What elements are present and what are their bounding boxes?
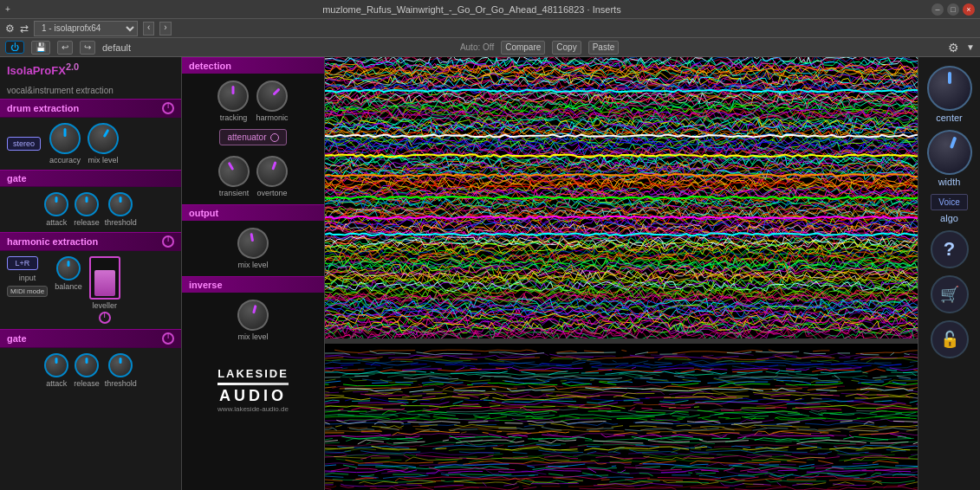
detection-label: detection <box>189 61 231 71</box>
harmonic-extraction-power[interactable] <box>162 235 174 248</box>
harmonic-extraction-header: harmonic extraction <box>0 232 181 251</box>
cart-icon: 🛒 <box>940 285 959 304</box>
lr-mode-button[interactable]: L+R <box>7 256 38 270</box>
redo-button[interactable]: ↪ <box>80 41 95 55</box>
drum-extraction-header: drum extraction <box>0 99 181 118</box>
voice-button[interactable]: Voice <box>931 194 967 210</box>
tracking-knob[interactable] <box>217 81 249 112</box>
arrow-right[interactable]: › <box>159 22 171 35</box>
transient-label: transient <box>219 189 250 197</box>
toolbar1-icon2: ⇄ <box>20 23 29 35</box>
inverse-content: mix level <box>182 293 324 348</box>
balance-label: balance <box>55 282 82 291</box>
gate2-attack-knob[interactable] <box>44 353 68 377</box>
copy-button[interactable]: Copy <box>552 41 581 55</box>
gate1-release-label: release <box>74 218 100 227</box>
output-content: mix level <box>182 221 324 276</box>
save-button[interactable]: 💾 <box>31 41 50 55</box>
arrow-left[interactable]: ‹ <box>143 22 154 35</box>
power-button[interactable]: ⏻ <box>5 41 24 54</box>
cart-button[interactable]: 🛒 <box>931 275 969 313</box>
main-layout: IsolaProFX2.0 vocal&instrument extractio… <box>0 57 980 490</box>
width-knob[interactable] <box>920 124 978 182</box>
center-label: center <box>936 113 963 123</box>
drum-mix-label: mix level <box>88 156 119 164</box>
spectrum-canvas <box>325 57 918 490</box>
stereo-mode-button[interactable]: stereo <box>7 137 41 151</box>
output-header: output <box>182 204 324 221</box>
transient-knob[interactable] <box>212 150 255 192</box>
gate1-header: gate <box>0 170 181 187</box>
lakeside-logo: LAKESIDE AUDIO www.lakeside-audio.de <box>212 362 294 419</box>
gate1-label: gate <box>7 173 27 184</box>
gate2-power[interactable] <box>162 332 174 345</box>
preset-name: default <box>102 42 131 53</box>
title-icon: + <box>5 4 10 14</box>
help-icon: ? <box>944 238 955 261</box>
maximize-button[interactable]: □ <box>947 3 959 16</box>
gate1-attack-knob[interactable] <box>44 192 68 216</box>
center-knob[interactable] <box>927 66 972 111</box>
gate1-threshold-label: threshold <box>105 218 137 227</box>
lakeside-line2: AUDIO <box>217 387 289 406</box>
harmonic-detection-label: harmonic <box>256 113 288 122</box>
harmonic-detection-knob[interactable] <box>250 74 295 119</box>
lakeside-line1: LAKESIDE <box>217 367 289 381</box>
gate2-content: attack release threshold <box>0 348 181 393</box>
gate2-release-label: release <box>74 379 100 388</box>
lakeside-url: www.lakeside-audio.de <box>217 405 289 414</box>
inverse-mix-knob[interactable] <box>234 296 272 334</box>
drum-extraction-label: drum extraction <box>7 103 79 113</box>
plugin-version: FX2.0 <box>51 64 79 77</box>
mid-panel: detection tracking harmonic attenuator <box>182 57 325 490</box>
harmonic-extraction-content: L+R input MIDI mode balance leveller <box>0 251 181 329</box>
leveller-label: leveller <box>92 301 117 310</box>
gate1-content: attack release threshold <box>0 187 181 232</box>
leveller-power[interactable] <box>99 312 111 324</box>
paste-button[interactable]: Paste <box>588 41 620 55</box>
midi-mode-button[interactable]: MIDI mode <box>7 286 48 297</box>
inverse-label: inverse <box>189 280 223 290</box>
width-label: width <box>938 177 961 187</box>
plugin-header: IsolaProFX2.0 vocal&instrument extractio… <box>0 57 181 99</box>
lock-button[interactable]: 🔓 <box>931 320 969 358</box>
viz-panel <box>325 57 918 490</box>
track-select[interactable]: 1 - isolaprofx64 <box>34 21 138 36</box>
gate2-threshold-label: threshold <box>105 379 137 388</box>
inverse-header: inverse <box>182 276 324 293</box>
attenuator-button[interactable]: attenuator <box>219 129 286 145</box>
gate2-attack-label: attack <box>46 379 67 388</box>
drum-accuracy-knob[interactable] <box>49 123 81 154</box>
tracking-label: tracking <box>220 113 248 122</box>
settings-icon[interactable]: ⚙ <box>948 41 959 55</box>
harmonic-balance-knob[interactable] <box>56 256 81 280</box>
left-panel: IsolaProFX2.0 vocal&instrument extractio… <box>0 57 182 490</box>
output-mix-knob[interactable] <box>235 225 271 261</box>
undo-button[interactable]: ↩ <box>57 41 73 55</box>
dropdown-icon[interactable]: ▼ <box>966 42 975 52</box>
overtone-label: overtone <box>256 189 287 197</box>
drum-knob-row: accuracy mix level <box>49 123 119 164</box>
drum-extraction-power[interactable] <box>162 102 174 114</box>
drum-mix-level-knob[interactable] <box>81 117 124 159</box>
title-text: muzlome_Rufus_Wainwright_-_Go_Or_Go_Ahea… <box>16 4 928 15</box>
detection-header: detection <box>182 57 324 74</box>
minimize-button[interactable]: – <box>931 3 944 16</box>
gate1-threshold-knob[interactable] <box>108 192 133 216</box>
leveller-box[interactable] <box>89 256 120 300</box>
help-button[interactable]: ? <box>931 230 969 268</box>
inverse-mix-label: mix level <box>237 332 268 341</box>
overtone-knob[interactable] <box>252 152 292 191</box>
right-panel: center width Voice algo ? 🛒 🔓 <box>918 57 980 490</box>
auto-off-label: Auto: Off <box>460 42 494 52</box>
gate1-knob-row: attack release threshold <box>7 192 174 227</box>
gate2-release-knob[interactable] <box>75 353 99 377</box>
gate1-attack-label: attack <box>46 218 67 227</box>
gate2-threshold-knob[interactable] <box>108 353 133 377</box>
close-button[interactable]: × <box>963 3 975 16</box>
compare-button[interactable]: Compare <box>501 41 545 55</box>
gate1-release-knob[interactable] <box>75 192 99 216</box>
input-label: input <box>7 274 48 282</box>
title-bar: + muzlome_Rufus_Wainwright_-_Go_Or_Go_Ah… <box>0 0 980 19</box>
plugin-title: IsolaProFX2.0 <box>7 62 174 84</box>
